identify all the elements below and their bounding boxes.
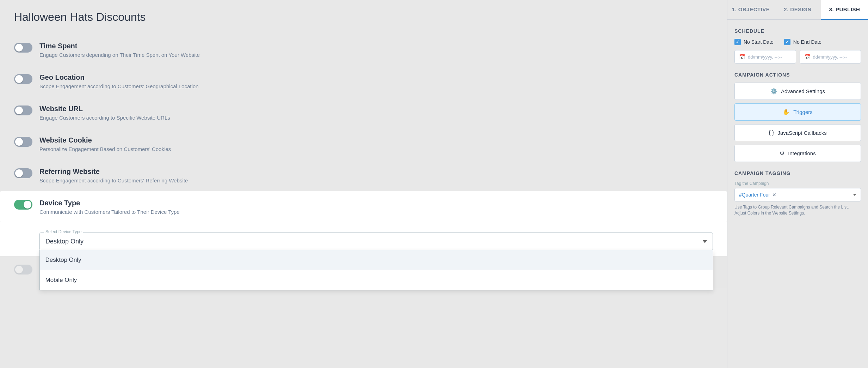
tag-label: Tag the Campaign — [734, 181, 861, 186]
tag-value: #Quarter Four — [739, 192, 770, 198]
calendar-end-icon: 📅 — [804, 54, 810, 60]
page-title: Halloween Hats Discounts — [0, 0, 727, 31]
calendar-start-icon: 📅 — [739, 54, 745, 60]
tag-chip: #Quarter Four ✕ — [739, 192, 776, 198]
tab-objective[interactable]: 1. OBJECTIVE — [727, 0, 774, 19]
item-title-device-type: Device Type — [39, 199, 713, 207]
item-desc-website-url: Engage Customers according to Specific W… — [39, 115, 713, 121]
toggle-website-url[interactable] — [14, 105, 32, 117]
no-start-date-label: No Start Date — [744, 39, 774, 45]
triggers-button[interactable]: ✋ Triggers — [734, 103, 861, 121]
tab-design[interactable]: 2. DESIGN — [774, 0, 821, 19]
toggle-user-agent[interactable] — [14, 265, 32, 275]
start-date-input[interactable]: 📅 dd/mm/yyyy, --:-- — [734, 50, 796, 64]
left-panel: Halloween Hats Discounts Time Spent Enga… — [0, 0, 727, 368]
item-title-time-spent: Time Spent — [39, 42, 713, 50]
device-type-section: Select Device Type Desktop Only Desktop … — [0, 222, 727, 256]
sliders-icon: ⚙️ — [770, 88, 777, 95]
item-desc-website-cookie: Personalize Engagement Based on Customer… — [39, 146, 713, 152]
dropdown-item-desktop-only[interactable]: Desktop Only — [40, 250, 713, 270]
tab-publish[interactable]: 3. PUBLISH — [821, 0, 868, 20]
date-row: 📅 dd/mm/yyyy, --:-- 📅 dd/mm/yyyy, --:-- — [734, 50, 861, 64]
code-icon: { } — [769, 129, 774, 136]
tab-bar: 1. OBJECTIVE 2. DESIGN 3. PUBLISH — [727, 0, 868, 20]
toggle-website-cookie[interactable] — [14, 137, 32, 148]
no-end-date-label: No End Date — [793, 39, 821, 45]
toggle-time-spent[interactable] — [14, 43, 32, 54]
toggle-geo-location[interactable] — [14, 74, 32, 85]
schedule-title: SCHEDULE — [734, 28, 861, 34]
device-type-dropdown: Desktop Only Mobile Only — [39, 250, 713, 290]
end-date-placeholder: dd/mm/yyyy, --:-- — [813, 54, 847, 60]
campaign-tagging-title: CAMPAIGN TAGGING — [734, 170, 861, 176]
tag-remove-icon[interactable]: ✕ — [772, 192, 776, 198]
item-title-referring-website: Referring Website — [39, 168, 713, 176]
toggle-item-device-type: Device Type Communicate with Customers T… — [0, 191, 727, 222]
campaign-tagging-section: CAMPAIGN TAGGING Tag the Campaign #Quart… — [734, 170, 861, 216]
campaign-actions-title: CAMPAIGN ACTIONS — [734, 72, 861, 78]
item-desc-geo-location: Scope Engagement according to Customers'… — [39, 83, 713, 89]
javascript-callbacks-button[interactable]: { } JavaScript Callbacks — [734, 124, 861, 141]
item-title-geo-location: Geo Location — [39, 73, 713, 82]
tag-input[interactable]: #Quarter Four ✕ — [734, 188, 861, 201]
chevron-down-icon — [703, 240, 707, 243]
schedule-section: SCHEDULE No Start Date No End Date 📅 dd/… — [734, 28, 861, 64]
hand-icon: ✋ — [783, 109, 790, 115]
item-desc-device-type: Communicate with Customers Tailored to T… — [39, 209, 713, 215]
gear-icon: ⚙ — [780, 150, 784, 157]
item-title-website-cookie: Website Cookie — [39, 136, 713, 144]
tag-help-text: Use Tags to Group Relevant Campaigns and… — [734, 204, 861, 216]
no-end-date-item[interactable]: No End Date — [784, 39, 821, 45]
select-current-value[interactable]: Desktop Only — [40, 233, 713, 250]
item-desc-time-spent: Engage Customers depending on Their Time… — [39, 52, 713, 58]
dropdown-item-mobile-only[interactable]: Mobile Only — [40, 270, 713, 290]
integrations-button[interactable]: ⚙ Integrations — [734, 145, 861, 162]
end-date-input[interactable]: 📅 dd/mm/yyyy, --:-- — [800, 50, 861, 64]
no-start-date-checkbox[interactable] — [734, 39, 741, 45]
select-label: Select Device Type — [44, 229, 83, 234]
device-type-select[interactable]: Select Device Type Desktop Only Desktop … — [39, 233, 713, 251]
item-title-website-url: Website URL — [39, 105, 713, 113]
toggle-item-website-cookie: Website Cookie Personalize Engagement Ba… — [0, 128, 727, 160]
toggle-item-geo-location: Geo Location Scope Engagement according … — [0, 66, 727, 97]
right-panel: 1. OBJECTIVE 2. DESIGN 3. PUBLISH SCHEDU… — [727, 0, 868, 368]
content-area: Time Spent Engage Customers depending on… — [0, 31, 727, 368]
right-content: SCHEDULE No Start Date No End Date 📅 dd/… — [727, 20, 868, 368]
schedule-checkboxes: No Start Date No End Date — [734, 39, 861, 45]
advanced-settings-button[interactable]: ⚙️ Advanced Settings — [734, 83, 861, 100]
tag-dropdown-icon[interactable] — [853, 194, 856, 196]
campaign-actions-section: CAMPAIGN ACTIONS ⚙️ Advanced Settings ✋ … — [734, 72, 861, 162]
toggle-item-referring-website: Referring Website Scope Engagement accor… — [0, 160, 727, 191]
toggle-referring-website[interactable] — [14, 168, 32, 180]
no-start-date-item[interactable]: No Start Date — [734, 39, 774, 45]
toggle-item-website-url: Website URL Engage Customers according t… — [0, 97, 727, 128]
toggle-item-time-spent: Time Spent Engage Customers depending on… — [0, 34, 727, 66]
start-date-placeholder: dd/mm/yyyy, --:-- — [748, 54, 782, 60]
no-end-date-checkbox[interactable] — [784, 39, 790, 45]
item-desc-referring-website: Scope Engagement according to Customers'… — [39, 177, 713, 183]
toggle-device-type[interactable] — [14, 200, 32, 211]
